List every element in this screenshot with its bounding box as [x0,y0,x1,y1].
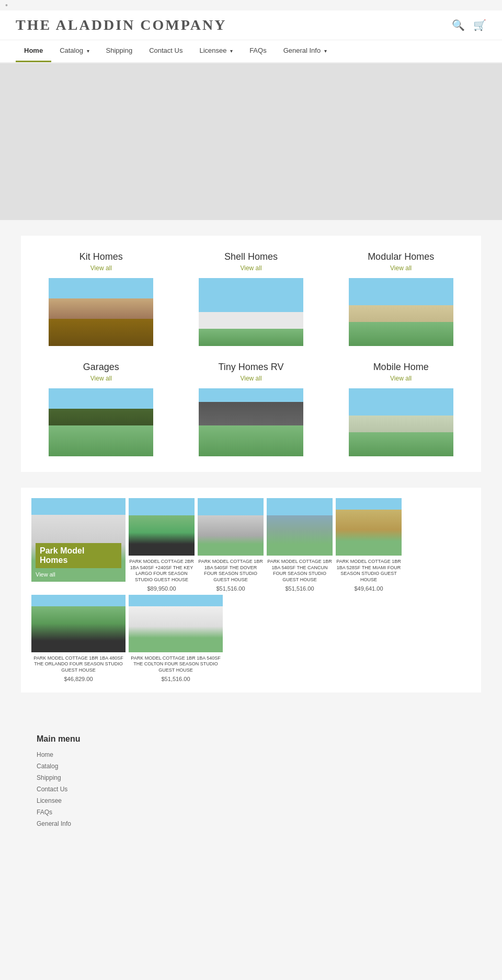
tiny-homes-title: Tiny Homes RV [218,362,283,373]
park-product-5-image[interactable] [31,595,126,652]
park-model-label-line2: Homes [40,556,67,564]
category-section: Kit Homes View all Shell Homes View all … [21,236,481,472]
garages-viewall[interactable]: View all [90,375,112,382]
search-icon[interactable]: 🔍 [452,19,465,31]
park-product-6-image[interactable] [129,595,223,652]
park-product-2-title: PARK MODEL COTTAGE 1BR 1BA 540SF THE DOV… [198,559,264,583]
top-bar: • [0,0,502,10]
footer-item-generalinfo[interactable]: General Info [37,820,465,827]
top-dot: • [5,1,8,9]
hero-banner [0,63,502,220]
shell-homes-viewall[interactable]: View all [240,264,261,272]
category-card-modular-homes: Modular Homes View all [331,251,471,346]
footer-item-catalog[interactable]: Catalog [37,763,465,770]
park-product-4-title: PARK MODEL COTTAGE 1BR 1BA 528SF THE MIA… [336,559,402,583]
park-product-6-title: PARK MODEL COTTAGE 1BR 1BA 540SF THE COL… [129,655,223,674]
footer-menu-items: Home Catalog Shipping Contact Us License… [37,751,465,827]
park-model-product-2: PARK MODEL COTTAGE 1BR 1BA 540SF THE DOV… [198,498,264,592]
park-product-4-price: $49,641.00 [354,585,383,592]
park-model-product-3: PARK MODEL COTTAGE 1BR 1BA 540SF THE CAN… [267,498,333,592]
park-model-section: Park Model Homes View all PARK MODEL COT… [21,488,481,693]
park-product-3-image[interactable] [267,498,333,556]
mobile-home-viewall[interactable]: View all [390,375,412,382]
cart-icon[interactable]: 🛒 [473,19,486,31]
generalinfo-arrow: ▾ [324,48,327,54]
nav-item-faqs[interactable]: FAQs [241,40,275,62]
park-product-1-image[interactable] [129,498,195,556]
nav-item-contact[interactable]: Contact Us [141,40,191,62]
nav-item-home[interactable]: Home [16,40,51,62]
footer-menu-title: Main menu [37,734,465,744]
park-model-hero-card: Park Model Homes View all [31,498,126,582]
footer: Main menu Home Catalog Shipping Contact … [0,713,502,847]
tiny-homes-viewall[interactable]: View all [240,375,261,382]
catalog-arrow: ▾ [87,48,89,54]
park-model-label-line1: Park Model [40,546,84,555]
category-card-shell-homes: Shell Homes View all [181,251,321,346]
nav-item-catalog[interactable]: Catalog ▾ [51,40,97,62]
footer-item-shipping[interactable]: Shipping [37,774,465,781]
kit-homes-title: Kit Homes [79,251,123,262]
kit-homes-image[interactable] [49,278,153,346]
nav-item-licensee[interactable]: Licensee ▾ [191,40,241,62]
park-product-4-image[interactable] [336,498,402,556]
park-model-product-1: PARK MODEL COTTAGE 2BR 1BA 540SF +240SF … [129,498,195,592]
category-card-mobile-home: Mobile Home View all [331,362,471,456]
kit-homes-viewall[interactable]: View all [90,264,112,272]
footer-item-home[interactable]: Home [37,751,465,758]
shell-homes-title: Shell Homes [224,251,278,262]
park-model-viewall[interactable]: View all [36,571,121,578]
garages-title: Garages [83,362,119,373]
main-nav: Home Catalog ▾ Shipping Contact Us Licen… [0,40,502,63]
park-model-product-6: PARK MODEL COTTAGE 1BR 1BA 540SF THE COL… [129,595,223,682]
header-icons: 🔍 🛒 [452,19,486,31]
park-product-2-price: $51,516.00 [216,585,245,592]
mobile-home-title: Mobile Home [373,362,429,373]
header: THE ALADDIN COMPANY 🔍 🛒 [0,10,502,40]
park-product-3-price: $51,516.00 [285,585,314,592]
park-product-5-title: PARK MODEL COTTAGE 1BR 1BA 480SF THE ORL… [31,655,126,674]
category-grid: Kit Homes View all Shell Homes View all … [31,251,471,456]
nav-item-shipping[interactable]: Shipping [98,40,141,62]
category-card-garages: Garages View all [31,362,171,456]
modular-homes-image[interactable] [349,278,453,346]
park-model-grid: Park Model Homes View all PARK MODEL COT… [31,498,471,592]
garages-image[interactable] [49,388,153,456]
footer-item-licensee[interactable]: Licensee [37,797,465,804]
category-card-kit-homes: Kit Homes View all [31,251,171,346]
tiny-homes-image[interactable] [199,388,303,456]
mobile-home-image[interactable] [349,388,453,456]
site-logo[interactable]: THE ALADDIN COMPANY [16,17,226,33]
shell-homes-image[interactable] [199,278,303,346]
park-product-2-image[interactable] [198,498,264,556]
park-product-1-title: PARK MODEL COTTAGE 2BR 1BA 540SF +240SF … [129,559,195,583]
park-product-1-price: $89,950.00 [147,585,176,592]
footer-item-faqs[interactable]: FAQs [37,809,465,816]
nav-item-generalinfo[interactable]: General Info ▾ [275,40,335,62]
footer-item-contact[interactable]: Contact Us [37,786,465,793]
park-model-grid-2: PARK MODEL COTTAGE 1BR 1BA 480SF THE ORL… [31,595,471,682]
park-model-product-5: PARK MODEL COTTAGE 1BR 1BA 480SF THE ORL… [31,595,126,682]
park-product-5-price: $46,829.00 [64,676,93,682]
modular-homes-viewall[interactable]: View all [390,264,412,272]
park-product-6-price: $51,516.00 [161,676,190,682]
park-model-product-4: PARK MODEL COTTAGE 1BR 1BA 528SF THE MIA… [336,498,402,592]
modular-homes-title: Modular Homes [368,251,434,262]
category-card-tiny-homes: Tiny Homes RV View all [181,362,321,456]
licensee-arrow: ▾ [230,48,233,54]
park-product-3-title: PARK MODEL COTTAGE 1BR 1BA 540SF THE CAN… [267,559,333,583]
